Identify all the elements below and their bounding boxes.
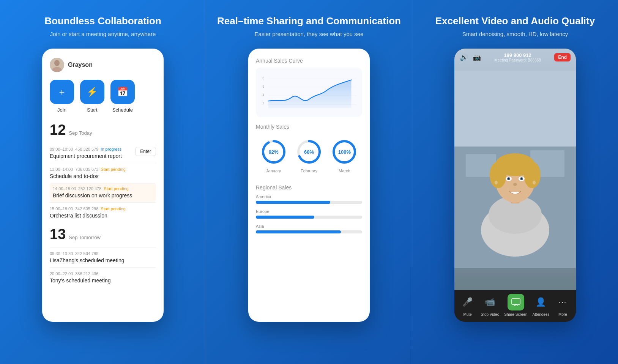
panel2-title: Real–time Sharing and Communication [217, 15, 401, 27]
join-icon: ＋ [50, 80, 74, 104]
user-name: Grayson [68, 61, 93, 68]
meeting-item-2: 13:00–14:00 736 035 673 Start pending Sc… [50, 163, 156, 183]
monthly-sales-title: Monthly Sales [256, 124, 362, 130]
meeting-meta-4: 15:00–18:00 342 605 298 Start pending [50, 206, 156, 211]
panel1-title: Boundless Collaboration [44, 15, 161, 27]
region-asia: Asia [256, 224, 362, 233]
meeting-item-1: 09:00–10:30 458 320 579 In progress Equi… [50, 143, 156, 163]
svg-point-34 [513, 183, 517, 186]
stop-video-control[interactable]: 📹 Stop Video [481, 294, 500, 317]
speaker-icon[interactable]: 🔊 [460, 53, 468, 61]
meeting-title-5: LisaZhang's scheduled meeting [50, 257, 156, 263]
stop-video-icon: 📹 [485, 297, 495, 307]
donut-val-feb: 68% [304, 149, 314, 155]
mute-control[interactable]: 🎤 Mute [459, 294, 476, 317]
video-controls: 🎤 Mute 📹 Stop Video Share Scre [454, 290, 576, 322]
bar-bg-asia [256, 230, 362, 233]
video-header: 🔊 📷 199 800 912 Meeting Password: B66668… [454, 49, 576, 66]
meeting-title-3: Brief discussion on work progress [53, 192, 153, 199]
date-num-today: 12 [50, 122, 66, 138]
join-label: Join [57, 107, 66, 113]
meeting-item-6: 20:00–22:00 356 212 436 Tony's scheduled… [50, 267, 156, 287]
meeting-meta-6: 20:00–22:00 356 212 436 [50, 271, 156, 276]
donut-february: 68% February [295, 138, 323, 173]
bar-fill-asia [256, 230, 341, 233]
phone-mockup: Grayson ＋ Join ⚡ Start 📅 Schedule 12 Sep… [42, 49, 164, 322]
video-mockup: 🔊 📷 199 800 912 Meeting Password: B66668… [454, 49, 576, 322]
region-label-america: America [256, 194, 362, 199]
camera-icon[interactable]: 📷 [473, 53, 481, 61]
donut-january: 92% January [260, 138, 287, 173]
video-header-left: 🔊 📷 [460, 53, 481, 61]
attendees-icon: 👤 [536, 297, 546, 307]
donut-label-mar: March [339, 169, 350, 173]
meeting-id: 199 800 912 [495, 52, 541, 58]
svg-rect-37 [512, 299, 520, 304]
panel3-title: Excellent Video and Audio Quality [435, 15, 595, 27]
video-background: 🔊 📷 199 800 912 Meeting Password: B66668… [454, 49, 576, 290]
donut-wrap-feb: 68% [295, 138, 323, 165]
date-today: 12 Sep Today [50, 122, 156, 138]
region-label-asia: Asia [256, 224, 362, 228]
share-screen-icon [511, 298, 520, 306]
bar-bg-america [256, 201, 362, 204]
svg-text:6: 6 [262, 85, 264, 88]
more-control[interactable]: ··· More [554, 294, 571, 317]
share-screen-control[interactable]: Share Screen [504, 294, 527, 317]
more-icon-wrap: ··· [554, 294, 571, 310]
regional-sales: America Europe Asia [256, 194, 362, 233]
mute-label: Mute [463, 312, 471, 317]
svg-point-36 [533, 181, 536, 184]
start-action[interactable]: ⚡ Start [80, 80, 104, 113]
bar-fill-america [256, 201, 330, 204]
enter-button[interactable]: Enter [135, 147, 156, 156]
meeting-item-3: 14:00–15:00 252 120 478 Start pending Br… [50, 183, 156, 202]
meeting-title-2: Schedule and to-dos [50, 173, 156, 179]
more-label: More [558, 312, 567, 317]
share-screen-label: Share Screen [504, 312, 527, 317]
date-num-tomorrow: 13 [50, 226, 66, 243]
meeting-id-block: 199 800 912 Meeting Password: B66668 [495, 52, 541, 62]
schedule-label: Schedule [112, 107, 133, 113]
meeting-status-1: In progress [101, 147, 121, 151]
donut-label-jan: January [266, 169, 281, 173]
svg-point-35 [495, 181, 498, 184]
stop-video-label: Stop Video [481, 312, 500, 317]
panel1-subtitle: Join or start a meeting anytime, anywher… [50, 31, 156, 37]
meeting-meta-3: 14:00–15:00 252 120 478 Start pending [53, 186, 153, 191]
donut-val-mar: 100% [338, 149, 351, 155]
meeting-password: Meeting Password: B66668 [495, 58, 541, 62]
meeting-title-6: Tony's scheduled meeting [50, 277, 156, 284]
meeting-item-4: 15:00–18:00 342 605 298 Start pending Or… [50, 202, 156, 222]
region-america: America [256, 194, 362, 204]
panel-collaboration: Boundless Collaboration Join or start a … [0, 0, 206, 364]
schedule-action[interactable]: 📅 Schedule [110, 80, 135, 113]
svg-text:4: 4 [262, 93, 264, 97]
bar-bg-europe [256, 216, 362, 219]
share-screen-icon-wrap [508, 294, 524, 310]
action-buttons: ＋ Join ⚡ Start 📅 Schedule [50, 80, 156, 113]
meeting-meta-2: 13:00–14:00 736 035 673 Start pending [50, 167, 156, 172]
join-action[interactable]: ＋ Join [50, 80, 74, 113]
mute-icon: 🎤 [462, 297, 473, 307]
donut-march: 100% March [331, 138, 358, 173]
stop-video-icon-wrap: 📹 [482, 294, 498, 310]
svg-point-32 [508, 178, 509, 180]
end-button[interactable]: End [554, 53, 571, 61]
donut-wrap-jan: 92% [260, 138, 287, 165]
meeting-id-1: 458 320 579 [75, 147, 98, 151]
donut-wrap-mar: 100% [331, 138, 358, 165]
annual-sales-title: Annual Sales Curve [256, 58, 362, 64]
region-label-europe: Europe [256, 209, 362, 214]
phone-header: Grayson [50, 58, 156, 72]
region-europe: Europe [256, 209, 362, 219]
panel2-subtitle: Easier presentation, they see what you s… [255, 31, 364, 37]
attendees-control[interactable]: 👤 Attendees [532, 294, 549, 317]
svg-point-33 [521, 178, 522, 180]
dashboard-mockup: Annual Sales Curve 8 6 4 2 [248, 49, 370, 322]
monthly-sales: 92% January 68% February [256, 134, 362, 178]
schedule-icon: 📅 [110, 80, 135, 104]
meeting-time-1: 09:00–10:30 [50, 147, 73, 151]
svg-text:8: 8 [262, 76, 264, 80]
svg-point-1 [54, 60, 60, 66]
